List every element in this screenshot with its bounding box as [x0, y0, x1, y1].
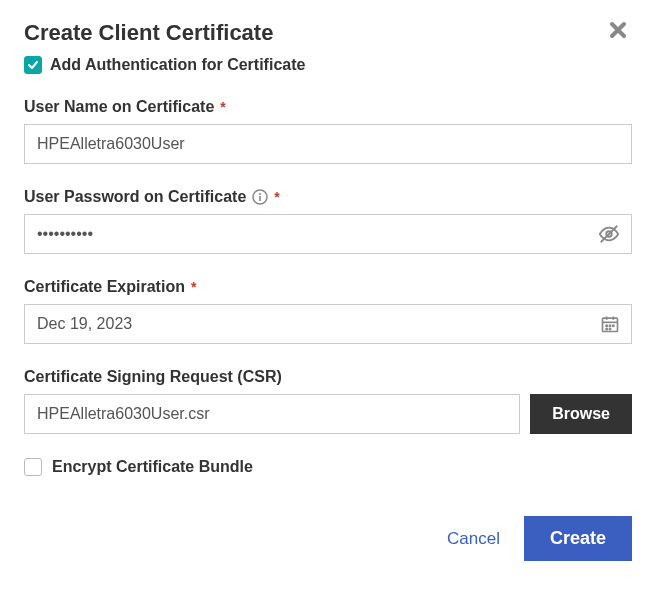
password-field-group: User Password on Certificate * [24, 188, 632, 254]
close-icon[interactable] [604, 20, 632, 44]
password-label: User Password on Certificate * [24, 188, 632, 206]
csr-input[interactable] [24, 394, 520, 434]
svg-point-10 [609, 325, 610, 326]
expiration-field-group: Certificate Expiration * [24, 278, 632, 344]
encrypt-bundle-checkbox[interactable] [24, 458, 42, 476]
svg-point-1 [259, 193, 261, 195]
eye-off-icon[interactable] [598, 223, 620, 245]
info-icon[interactable] [252, 189, 268, 205]
required-indicator: * [220, 99, 225, 115]
username-label: User Name on Certificate * [24, 98, 632, 116]
csr-label: Certificate Signing Request (CSR) [24, 368, 632, 386]
svg-point-12 [606, 328, 607, 329]
csr-field-group: Certificate Signing Request (CSR) Browse [24, 368, 632, 434]
encrypt-bundle-row: Encrypt Certificate Bundle [24, 458, 632, 476]
svg-point-9 [606, 325, 607, 326]
expiration-label: Certificate Expiration * [24, 278, 632, 296]
required-indicator: * [274, 189, 279, 205]
calendar-icon[interactable] [600, 314, 620, 334]
add-authentication-label: Add Authentication for Certificate [50, 56, 305, 74]
expiration-input[interactable] [24, 304, 632, 344]
cancel-button[interactable]: Cancel [447, 529, 500, 549]
svg-point-11 [613, 325, 614, 326]
password-input[interactable] [24, 214, 632, 254]
browse-button[interactable]: Browse [530, 394, 632, 434]
svg-point-13 [609, 328, 610, 329]
encrypt-bundle-label: Encrypt Certificate Bundle [52, 458, 253, 476]
dialog-title: Create Client Certificate [24, 20, 273, 46]
create-button[interactable]: Create [524, 516, 632, 561]
add-authentication-row: Add Authentication for Certificate [24, 56, 632, 74]
username-field-group: User Name on Certificate * [24, 98, 632, 164]
username-input[interactable] [24, 124, 632, 164]
create-client-certificate-dialog: Create Client Certificate Add Authentica… [0, 0, 656, 585]
add-authentication-checkbox[interactable] [24, 56, 42, 74]
dialog-header: Create Client Certificate [24, 20, 632, 46]
svg-rect-2 [259, 196, 261, 201]
required-indicator: * [191, 279, 196, 295]
dialog-footer: Cancel Create [24, 516, 632, 561]
